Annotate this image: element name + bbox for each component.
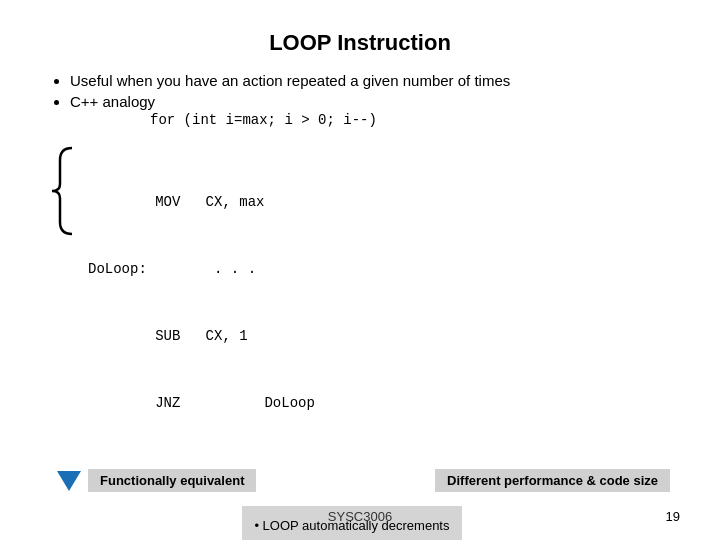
bullet-item-2: C++ analogy for (int i=max; i > 0; i--) bbox=[70, 93, 670, 128]
code-line-1-2: DoLoop: . . . bbox=[88, 258, 315, 280]
func-equiv-badge: Functionally equivalent bbox=[88, 469, 256, 492]
bullet-list: Useful when you have an action repeated … bbox=[70, 72, 670, 128]
slide: LOOP Instruction Useful when you have an… bbox=[0, 0, 720, 540]
code-line-1-3: SUB CX, 1 bbox=[88, 325, 315, 347]
diff-perf-badge: Different performance & code size bbox=[435, 469, 670, 492]
footer-page-number: 19 bbox=[666, 509, 680, 524]
bullet-item-1: Useful when you have an action repeated … bbox=[70, 72, 670, 89]
code-section-1: MOV CX, max DoLoop: . . . SUB CX, 1 JNZ … bbox=[50, 146, 670, 459]
code-block-1: MOV CX, max DoLoop: . . . SUB CX, 1 JNZ … bbox=[88, 146, 315, 459]
code-line-1-4: JNZ DoLoop bbox=[88, 392, 315, 414]
brace-svg-1 bbox=[50, 146, 78, 236]
footer-text: SYSC3006 bbox=[0, 509, 720, 524]
slide-title: LOOP Instruction bbox=[50, 30, 670, 56]
for-code: for (int i=max; i > 0; i--) bbox=[150, 112, 377, 128]
label-row: Functionally equivalent Different perfor… bbox=[50, 469, 670, 492]
brace-left-1 bbox=[50, 146, 78, 236]
arrow-down-icon bbox=[57, 471, 81, 491]
arrow-col bbox=[50, 471, 88, 491]
code-line-1-1: MOV CX, max bbox=[88, 191, 315, 213]
